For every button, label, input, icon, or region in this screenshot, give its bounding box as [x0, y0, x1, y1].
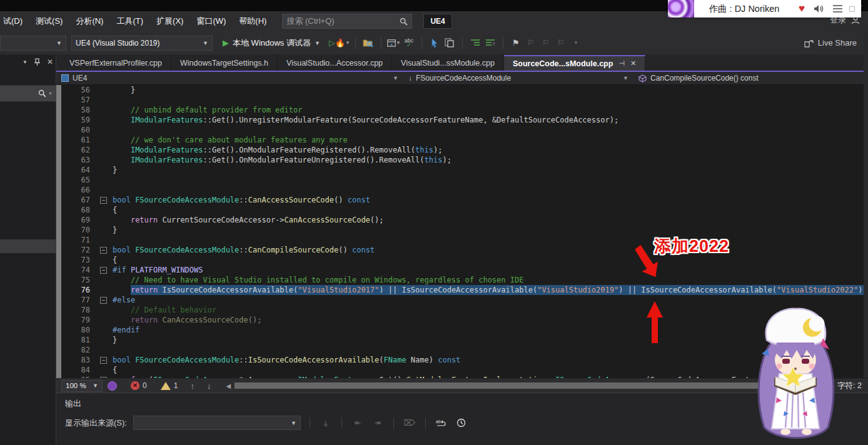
find-in-files-icon[interactable] — [361, 36, 375, 50]
fold-gutter[interactable] — [96, 325, 113, 335]
zoom-combo[interactable]: 100 % ▼ — [61, 380, 103, 392]
warning-badge[interactable]: 1 — [161, 381, 178, 390]
fold-gutter[interactable] — [96, 95, 113, 105]
start-without-debug-icon[interactable]: ▷ — [329, 38, 335, 48]
playlist-icon[interactable] — [833, 3, 842, 14]
code-line[interactable]: 77−#else — [61, 295, 868, 305]
copy-code-icon[interactable] — [443, 36, 457, 50]
fold-gutter[interactable] — [96, 145, 113, 155]
code-line[interactable]: 57 — [61, 95, 868, 105]
close-icon[interactable]: ✕ — [630, 59, 636, 68]
code-line[interactable]: 58 // unbind default provider from edito… — [61, 105, 868, 115]
mini-window-icon[interactable] — [849, 6, 855, 12]
fold-gutter[interactable]: − — [96, 245, 113, 255]
code-line[interactable]: 84{ — [61, 365, 868, 375]
fold-gutter[interactable] — [96, 125, 113, 135]
breadcrumb-type[interactable]: ↓ FSourceCodeAccessModule ▼ — [403, 72, 633, 84]
bookmark-prev-icon[interactable]: ⚐ — [524, 36, 538, 50]
code-line[interactable]: 68{ — [61, 205, 868, 215]
debug-start-button[interactable]: ▶ 本地 Windows 调试器 ▼ — [220, 36, 323, 50]
fold-gutter[interactable] — [96, 85, 113, 95]
next-issue-icon[interactable]: ↓ — [207, 381, 211, 391]
hot-reload-icon[interactable]: 🔥▼ — [336, 36, 350, 50]
fold-gutter[interactable] — [96, 305, 113, 315]
menu-item[interactable]: 测试(S) — [30, 13, 68, 29]
document-tab[interactable]: VisualStudi...ssModule.cpp — [392, 55, 504, 71]
quick-search-box[interactable]: 搜索 (Ctrl+Q) — [282, 14, 412, 29]
word-wrap-icon[interactable]: ab — [435, 416, 448, 430]
fold-gutter[interactable] — [96, 335, 113, 345]
vertical-scrollbar[interactable] — [864, 31, 868, 378]
fold-minus-icon[interactable]: − — [100, 297, 107, 304]
clear-output-icon[interactable]: ⌦ — [403, 416, 416, 430]
breadcrumb-member[interactable]: CanCompileSourceCode() const — [633, 72, 868, 84]
code-line[interactable]: 70} — [61, 225, 868, 235]
fold-gutter[interactable] — [96, 175, 113, 185]
error-badge[interactable]: ✕ 0 — [131, 381, 147, 390]
chevron-down-icon[interactable]: ▼ — [569, 36, 583, 50]
prev-issue-icon[interactable]: ↑ — [190, 381, 194, 391]
code-line[interactable]: 56 } — [61, 85, 868, 95]
document-tab[interactable]: VSPerfExternalProfiler.cpp — [61, 55, 171, 71]
document-tab[interactable]: VisualStudio...Accessor.cpp — [278, 55, 392, 71]
next-message-icon[interactable]: ↠ — [371, 416, 385, 430]
code-line[interactable]: 65 — [61, 175, 868, 185]
fold-gutter[interactable] — [96, 315, 113, 325]
fold-gutter[interactable] — [96, 285, 113, 295]
fold-gutter[interactable] — [96, 275, 113, 285]
fold-minus-icon[interactable]: − — [100, 247, 107, 254]
code-line[interactable]: 59 IModularFeatures::Get().UnregisterMod… — [61, 115, 868, 125]
code-line[interactable]: 75 // Need to have Visual Studio install… — [61, 275, 868, 285]
code-line[interactable]: 74−#if PLATFORM_WINDOWS — [61, 265, 868, 275]
fold-minus-icon[interactable]: − — [100, 357, 107, 364]
live-share-button[interactable]: Live Share — [804, 38, 857, 48]
volume-icon[interactable] — [814, 4, 824, 13]
code-line[interactable]: 83−bool FSourceCodeAccessModule::IsSourc… — [61, 355, 868, 365]
code-line[interactable]: 80#endif — [61, 325, 868, 335]
fold-gutter[interactable]: − — [96, 295, 113, 305]
pin-icon[interactable]: ⊣ — [618, 59, 625, 68]
code-line[interactable]: 79 return CanAccessSourceCode(); — [61, 315, 868, 325]
fold-gutter[interactable] — [96, 205, 113, 215]
fold-gutter[interactable] — [96, 115, 113, 125]
code-line[interactable]: 63 IModularFeatures::Get().OnModularFeat… — [61, 155, 868, 165]
menu-item[interactable]: 工具(T) — [111, 13, 149, 29]
close-icon[interactable]: ✕ — [47, 58, 53, 66]
breadcrumb-project[interactable]: UE4 ▼ — [56, 72, 403, 84]
fold-gutter[interactable] — [96, 155, 113, 165]
fold-gutter[interactable]: − — [96, 265, 113, 275]
code-line[interactable]: 66 — [61, 185, 868, 195]
code-line[interactable]: 61 // we don't care about modular featur… — [61, 135, 868, 145]
output-source-combo[interactable]: ▼ — [133, 416, 301, 430]
bookmark-toggle-icon[interactable]: ⚑ — [509, 36, 523, 50]
menu-item[interactable]: 试(D) — [0, 13, 28, 29]
fold-gutter[interactable] — [96, 105, 113, 115]
code-line[interactable]: 72−bool FSourceCodeAccessModule::CanComp… — [61, 245, 868, 255]
menu-item[interactable]: 扩展(X) — [151, 13, 189, 29]
fold-minus-icon[interactable]: − — [100, 267, 107, 274]
code-line[interactable]: 71 — [61, 235, 868, 245]
select-cursor-icon[interactable] — [428, 36, 442, 50]
menu-item[interactable]: 窗口(W) — [191, 13, 231, 29]
fold-gutter[interactable]: − — [96, 355, 113, 365]
code-line[interactable]: 67−bool FSourceCodeAccessModule::CanAcce… — [61, 195, 868, 205]
document-tab[interactable]: SourceCode...sModule.cpp⊣✕ — [504, 55, 645, 71]
bookmark-clear-icon[interactable]: ⚐ — [554, 36, 568, 50]
code-line[interactable]: 78 // Default behavior — [61, 305, 868, 315]
code-line[interactable]: 76 return IsSourceCodeAccessorAvailable(… — [61, 285, 868, 295]
fold-gutter[interactable] — [96, 135, 113, 145]
sidebar-selected-row[interactable] — [0, 239, 56, 253]
menu-item[interactable]: 帮助(H) — [233, 13, 272, 29]
menu-item[interactable]: 分析(N) — [70, 13, 109, 29]
timestamp-icon[interactable] — [455, 416, 468, 430]
fold-gutter[interactable] — [96, 235, 113, 245]
code-line[interactable]: 64} — [61, 165, 868, 175]
extension-icon[interactable] — [108, 381, 117, 391]
document-tab[interactable]: WindowsTargetSettings.h — [171, 55, 278, 71]
fold-gutter[interactable] — [96, 255, 113, 265]
editor-splitter[interactable] — [56, 85, 61, 378]
fold-gutter[interactable] — [96, 345, 113, 355]
code-line[interactable]: 69 return CurrentSourceCodeAccessor->Can… — [61, 215, 868, 225]
favorite-heart-icon[interactable]: ♥ — [799, 2, 805, 15]
fold-minus-icon[interactable]: − — [100, 197, 107, 204]
